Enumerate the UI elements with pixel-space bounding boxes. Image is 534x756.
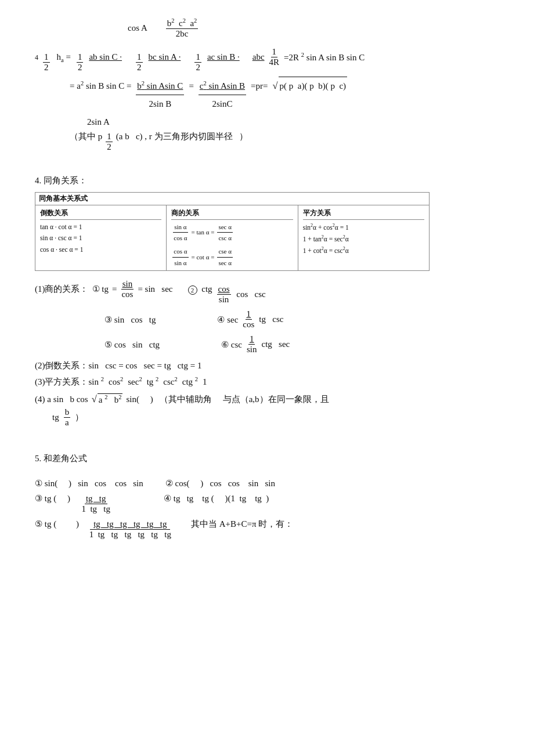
circle-2: 2: [188, 285, 197, 295]
tg-ba-row: tg b a ）: [52, 407, 499, 428]
p-half: 1 2: [106, 132, 113, 152]
area-label-small: 4: [35, 53, 38, 62]
col3-header: 平方关系: [303, 208, 424, 220]
b2-sinA-sinC: b2 sin Asin C 2sin B: [136, 77, 184, 113]
col1-line1: tan α · cot α = 1: [40, 222, 161, 233]
note-abc: 其中当 A+B+C=π 时，有：: [191, 519, 293, 530]
half4: 1 2: [194, 52, 201, 73]
eq-c2: =: [189, 77, 193, 95]
b-over-a: b a: [64, 407, 71, 428]
eq-a2: = a2 sin B sin C =: [70, 77, 131, 95]
c2-sinA-sinB: c2 sin Asin B 2sinC: [199, 77, 246, 113]
cos-add-formula: ② cos( ) cos cos sin sin: [165, 478, 275, 489]
item3: ③ sin cos tg: [104, 314, 156, 325]
trig-table: 同角基本关系式 倒数关系 tan α · cot α = 1 sin α · c…: [35, 192, 430, 271]
table-body: 倒数关系 tan α · cot α = 1 sin α · csc α = 1…: [35, 205, 429, 270]
sqrt-ab: √ a 2 b2: [92, 393, 123, 405]
col2-header: 商的关系: [171, 208, 293, 220]
page: cos A b2 c2 a2 2bc 4 1 2 ha = 1 2 ab sin…: [35, 17, 499, 540]
pingfang-row: (3)平方关系：sin 2 cos2 sec2 tg 2 csc2 ctg 2 …: [35, 376, 499, 388]
one: 1: [203, 377, 207, 387]
p-note-content: (a b c) , r 为三角形内切圆半径 ）: [116, 131, 248, 142]
sin-add-formula: ① sin( ) sin cos cos sin: [35, 478, 143, 489]
tg5-frac: tg tg tg tg tg tg 1 tg tg tg tg tg tg: [86, 519, 175, 540]
ha-label: ha =: [57, 52, 71, 63]
section4-title: 4. 同角关系：: [35, 175, 499, 186]
tg2: tg 2: [147, 376, 159, 387]
asin-row: (4) a sin b cos √ a 2 b2 sin( ) （其中辅助角 与…: [35, 393, 499, 405]
col3-line3: 1 + cot2α = csc2α: [303, 245, 424, 256]
sec2: sec2: [128, 376, 142, 387]
cos2: cos2: [109, 376, 123, 387]
col3-line1: sin2α + cos2α = 1: [303, 222, 424, 233]
item2-formula: cossin cos csc: [216, 284, 266, 305]
sqrt-formula: √ p( p a)( p b)( p c): [272, 76, 347, 95]
item5: ⑤ cos sin ctg: [104, 339, 160, 350]
ab-sinC: ab sin C ·: [89, 52, 122, 62]
cosA-denominator: 2bc: [175, 29, 190, 39]
col1-line2: sin α · csc α = 1: [40, 233, 161, 244]
col2-line2: cos αsin α = cot α = cse αsec α: [171, 246, 293, 268]
tg-add-frac: tg tg 1 tg tg: [80, 494, 111, 514]
tg5-row: ⑤ tg ( ) tg tg tg tg tg tg 1 tg tg tg tg…: [35, 519, 499, 540]
tg-add-row: ③ tg ( ) tg tg 1 tg tg ④ tg tg tg ( )(1 …: [35, 493, 499, 514]
col3-line2: 1 + tan2α = sec2α: [303, 233, 424, 245]
ac-sinB: ac sin B ·: [207, 52, 240, 62]
sin-add-row: ① sin( ) sin cos cos sin ② cos( ) cos co…: [35, 478, 499, 489]
a2-den: 2sin A: [87, 117, 110, 126]
shang-label: (1)商的关系：: [35, 284, 89, 295]
cosA-fraction: b2 c2 a2 2bc: [166, 17, 199, 39]
col1-header: 倒数关系: [40, 208, 161, 220]
pingfang-label: (3)平方关系：sin 2: [35, 376, 104, 388]
abc-4R: abc 1 4R =2R 2 sin A sin B sin C: [252, 47, 365, 67]
table-title: 同角基本关系式: [35, 193, 429, 205]
eq-pr: =pr=: [251, 77, 268, 95]
tg5-label: ⑤ tg ( ): [35, 519, 81, 529]
csc2: csc2: [163, 376, 177, 387]
col-pingfang: 平方关系 sin2α + cos2α = 1 1 + tan2α = sec2α…: [298, 205, 429, 270]
col2-line1: sin αcos α = tan α = sec αcsc α: [171, 222, 293, 244]
item4: ④ sec 1cos tg csc: [217, 309, 283, 330]
close-paren: ）: [75, 412, 84, 423]
tg-add-label: ③ tg ( ): [35, 493, 74, 504]
ctg2: ctg 2: [182, 376, 198, 387]
item4-label: (4) a sin b cos: [35, 395, 88, 404]
cosA-label: cos A: [128, 23, 147, 33]
cosA-numerator: b2 c2 a2: [166, 17, 199, 29]
p-note-open: （其中 p: [70, 131, 102, 142]
sin-paren: sin( ) （其中辅助角 与点（a,b）在同一象限，且: [126, 394, 329, 405]
col1-line3: cos α · sec α = 1: [40, 244, 161, 256]
dao-label: (2)倒数关系：sin csc = cos sec = tg ctg = 1: [35, 360, 499, 371]
section5-title: 5. 和差角公式: [35, 453, 499, 464]
half2: 1 2: [77, 52, 84, 73]
item1: ① tg: [92, 284, 109, 294]
tg-mul-formula: ④ tg tg tg ( )(1 tg tg ): [164, 493, 269, 504]
half3: 1 2: [136, 52, 143, 73]
col-shang: 商的关系 sin αcos α = tan α = sec αcsc α cos…: [167, 205, 298, 270]
tg-label: tg: [52, 413, 59, 422]
bc-sinA: bc sin A ·: [149, 52, 181, 62]
item2-circle: 2 ctg: [188, 284, 212, 295]
col-dao: 倒数关系 tan α · cot α = 1 sin α · csc α = 1…: [35, 205, 167, 270]
item6: ⑥ csc 1sin ctg sec: [221, 334, 290, 355]
half-frac: 1 2: [43, 52, 50, 73]
item1-eq: = sincos = sin sec: [112, 279, 173, 299]
